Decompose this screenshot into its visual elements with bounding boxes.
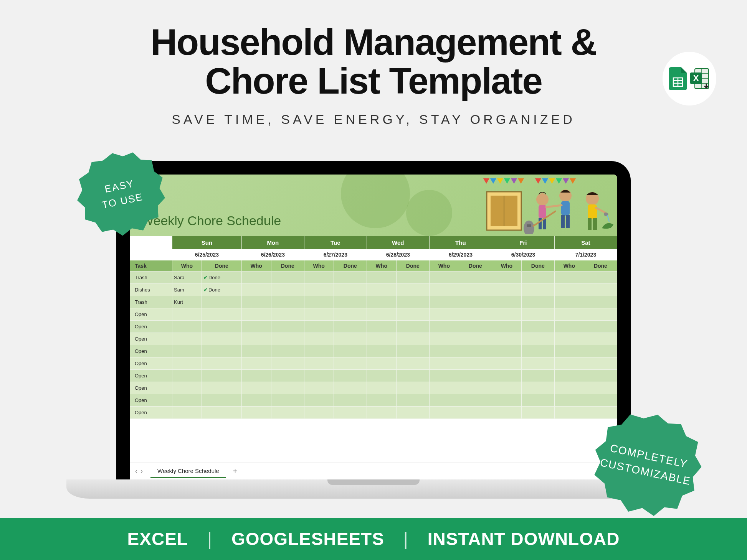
done-cell[interactable] bbox=[396, 407, 429, 419]
done-cell[interactable] bbox=[271, 345, 304, 357]
done-cell[interactable] bbox=[202, 394, 241, 407]
who-cell[interactable] bbox=[367, 272, 396, 284]
done-cell[interactable] bbox=[521, 284, 554, 296]
who-cell[interactable] bbox=[241, 284, 271, 296]
who-cell[interactable] bbox=[554, 308, 584, 321]
done-cell[interactable] bbox=[271, 407, 304, 419]
done-cell[interactable] bbox=[271, 333, 304, 345]
done-cell[interactable] bbox=[271, 357, 304, 370]
who-cell[interactable] bbox=[554, 321, 584, 333]
done-cell[interactable] bbox=[334, 370, 367, 382]
task-cell[interactable]: Trash bbox=[130, 272, 172, 284]
who-cell[interactable] bbox=[172, 407, 202, 419]
who-cell[interactable] bbox=[304, 345, 334, 357]
done-cell[interactable]: ✔Done bbox=[202, 272, 241, 284]
done-cell[interactable] bbox=[396, 333, 429, 345]
who-cell[interactable] bbox=[429, 357, 459, 370]
who-cell[interactable] bbox=[304, 333, 334, 345]
who-cell[interactable] bbox=[554, 407, 584, 419]
done-cell[interactable] bbox=[521, 357, 554, 370]
who-cell[interactable] bbox=[367, 345, 396, 357]
who-cell[interactable]: Sara bbox=[172, 272, 202, 284]
done-cell[interactable] bbox=[202, 308, 241, 321]
who-cell[interactable] bbox=[304, 284, 334, 296]
who-cell[interactable] bbox=[492, 407, 521, 419]
done-cell[interactable] bbox=[202, 321, 241, 333]
who-cell[interactable] bbox=[554, 357, 584, 370]
who-cell[interactable] bbox=[172, 382, 202, 394]
done-cell[interactable] bbox=[202, 382, 241, 394]
who-cell[interactable] bbox=[492, 284, 521, 296]
who-cell[interactable] bbox=[429, 394, 459, 407]
who-cell[interactable] bbox=[429, 382, 459, 394]
done-cell[interactable] bbox=[334, 407, 367, 419]
task-cell[interactable]: Open bbox=[130, 382, 172, 394]
done-cell[interactable] bbox=[334, 308, 367, 321]
done-cell[interactable] bbox=[584, 284, 617, 296]
who-cell[interactable] bbox=[429, 308, 459, 321]
done-cell[interactable] bbox=[396, 345, 429, 357]
who-cell[interactable] bbox=[241, 370, 271, 382]
done-cell[interactable] bbox=[396, 321, 429, 333]
who-cell[interactable] bbox=[367, 357, 396, 370]
tab-next-icon[interactable]: › bbox=[140, 467, 143, 475]
who-cell[interactable] bbox=[172, 333, 202, 345]
done-cell[interactable] bbox=[584, 370, 617, 382]
done-cell[interactable] bbox=[202, 333, 241, 345]
who-cell[interactable] bbox=[172, 345, 202, 357]
done-cell[interactable] bbox=[459, 382, 492, 394]
who-cell[interactable] bbox=[304, 394, 334, 407]
who-cell[interactable] bbox=[241, 394, 271, 407]
who-cell[interactable] bbox=[172, 308, 202, 321]
who-cell[interactable] bbox=[241, 321, 271, 333]
task-cell[interactable]: Open bbox=[130, 345, 172, 357]
done-cell[interactable] bbox=[334, 382, 367, 394]
who-cell[interactable] bbox=[554, 284, 584, 296]
done-cell[interactable] bbox=[459, 321, 492, 333]
done-cell[interactable] bbox=[459, 394, 492, 407]
who-cell[interactable]: Kurt bbox=[172, 296, 202, 308]
done-cell[interactable] bbox=[521, 296, 554, 308]
done-cell[interactable] bbox=[334, 296, 367, 308]
done-cell[interactable] bbox=[396, 357, 429, 370]
who-cell[interactable] bbox=[554, 382, 584, 394]
done-cell[interactable] bbox=[584, 272, 617, 284]
done-cell[interactable] bbox=[334, 321, 367, 333]
done-cell[interactable] bbox=[521, 333, 554, 345]
who-cell[interactable] bbox=[429, 296, 459, 308]
done-cell[interactable] bbox=[202, 370, 241, 382]
who-cell[interactable] bbox=[241, 357, 271, 370]
who-cell[interactable] bbox=[429, 321, 459, 333]
done-cell[interactable] bbox=[334, 272, 367, 284]
done-cell[interactable] bbox=[521, 394, 554, 407]
done-cell[interactable] bbox=[396, 284, 429, 296]
who-cell[interactable] bbox=[367, 296, 396, 308]
who-cell[interactable] bbox=[492, 357, 521, 370]
done-cell[interactable] bbox=[396, 272, 429, 284]
done-cell[interactable] bbox=[271, 370, 304, 382]
done-cell[interactable] bbox=[459, 308, 492, 321]
done-cell[interactable] bbox=[584, 308, 617, 321]
who-cell[interactable] bbox=[241, 308, 271, 321]
who-cell[interactable] bbox=[367, 407, 396, 419]
done-cell[interactable] bbox=[334, 345, 367, 357]
done-cell[interactable] bbox=[334, 284, 367, 296]
done-cell[interactable] bbox=[271, 284, 304, 296]
who-cell[interactable] bbox=[172, 357, 202, 370]
who-cell[interactable] bbox=[429, 345, 459, 357]
who-cell[interactable] bbox=[304, 308, 334, 321]
add-sheet-icon[interactable]: + bbox=[233, 467, 238, 476]
who-cell[interactable] bbox=[367, 308, 396, 321]
who-cell[interactable] bbox=[429, 370, 459, 382]
done-cell[interactable] bbox=[521, 407, 554, 419]
done-cell[interactable] bbox=[334, 333, 367, 345]
done-cell[interactable] bbox=[396, 296, 429, 308]
who-cell[interactable] bbox=[492, 370, 521, 382]
who-cell[interactable] bbox=[554, 394, 584, 407]
who-cell[interactable] bbox=[492, 394, 521, 407]
done-cell[interactable] bbox=[271, 382, 304, 394]
task-cell[interactable]: Open bbox=[130, 407, 172, 419]
done-cell[interactable] bbox=[459, 407, 492, 419]
done-cell[interactable] bbox=[521, 321, 554, 333]
task-cell[interactable]: Trash bbox=[130, 296, 172, 308]
